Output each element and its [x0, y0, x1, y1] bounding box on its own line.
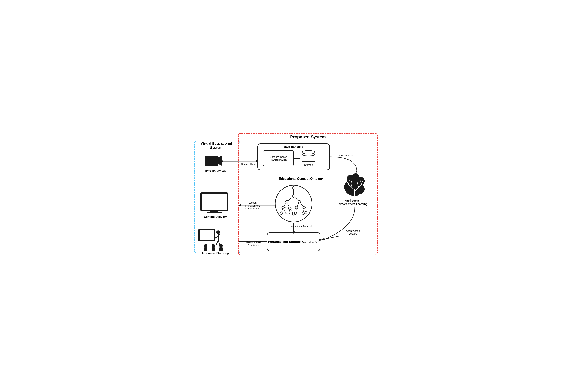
ontology-label: Ontology-based Transformation	[263, 155, 293, 161]
brain-icon	[341, 171, 368, 198]
eco-title: Educational Concept Ontology	[278, 177, 324, 181]
svg-point-37	[292, 187, 295, 189]
svg-rect-4	[201, 193, 228, 210]
svg-point-39	[286, 200, 288, 203]
lesson-plan-label: Lesson Plan/Content Organization	[243, 201, 262, 210]
psg-label: Personalized Support Generation	[268, 240, 319, 244]
svg-rect-6	[207, 212, 222, 213]
svg-point-47	[288, 213, 290, 215]
virtual-system-title: Virtual Educational System	[196, 142, 236, 150]
content-delivery-label: Content Delivery	[198, 215, 233, 218]
svg-point-45	[280, 212, 282, 214]
svg-point-14	[204, 244, 207, 247]
marl-label: Multi-agent Reinforcement Learning	[336, 199, 368, 206]
svg-line-13	[218, 241, 220, 245]
data-handling-title: Data Handling	[258, 145, 329, 149]
automated-tutoring-label: Automated Tutoring	[198, 251, 233, 255]
tutoring-icon	[198, 228, 233, 251]
proposed-system-title: Proposed System	[238, 135, 378, 139]
svg-rect-15	[204, 247, 207, 251]
svg-rect-19	[220, 247, 222, 251]
svg-marker-3	[218, 155, 222, 166]
svg-point-50	[302, 212, 304, 214]
svg-point-18	[219, 244, 223, 247]
agent-action-label: Agent Action Vectors	[343, 229, 363, 235]
svg-point-8	[216, 230, 220, 234]
svg-point-43	[295, 206, 298, 209]
student-data-arrow-label2: Student Data	[339, 154, 354, 157]
ontology-storage-arrow	[293, 155, 299, 161]
svg-point-16	[212, 244, 215, 247]
monitor-icon	[200, 192, 229, 213]
storage-label: Storage	[304, 164, 313, 166]
diagram: Virtual Educational System Proposed Syst…	[194, 133, 378, 259]
psg-box: Personalized Support Generation	[267, 232, 320, 251]
svg-point-38	[292, 195, 295, 197]
storage-icon: Storage	[299, 150, 318, 166]
svg-point-41	[282, 206, 285, 209]
svg-rect-7	[199, 229, 214, 241]
svg-point-40	[298, 200, 301, 203]
svg-rect-2	[205, 155, 218, 166]
svg-rect-17	[212, 247, 215, 251]
svg-line-12	[216, 241, 218, 245]
student-data-arrow-label1: Student Data	[241, 163, 255, 166]
svg-point-42	[288, 207, 291, 210]
svg-point-51	[305, 212, 307, 214]
educational-materials-label: Educational Materials	[289, 225, 313, 227]
camera-icon	[204, 154, 223, 167]
svg-point-46	[285, 213, 287, 215]
svg-point-49	[294, 212, 297, 214]
personalized-assistance-label: Personalized Assistance	[243, 241, 264, 247]
svg-line-10	[215, 236, 218, 238]
ontology-box: Ontology-based Transformation	[263, 150, 294, 166]
svg-point-44	[303, 206, 305, 209]
data-collection-label: Data Collection	[198, 169, 233, 172]
eco-circle	[274, 184, 313, 223]
